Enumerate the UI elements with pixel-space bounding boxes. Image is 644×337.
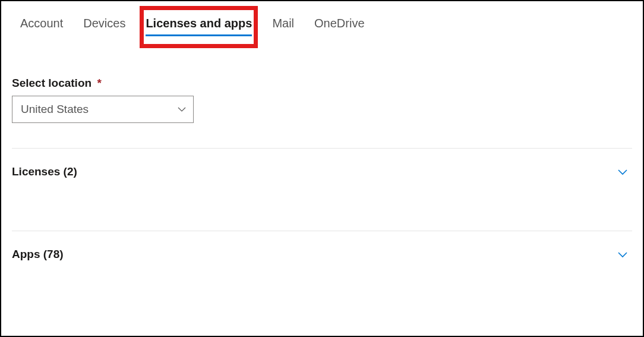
tab-licenses-label: Licenses and apps bbox=[146, 17, 252, 30]
licenses-section-title: Licenses (2) bbox=[12, 165, 77, 178]
apps-section-title: Apps (78) bbox=[12, 248, 64, 261]
tab-bar: Account Devices Licenses and apps Mail O… bbox=[12, 13, 632, 41]
chevron-down-icon bbox=[178, 105, 186, 114]
licenses-count: 2 bbox=[67, 165, 74, 178]
licenses-body-collapsed bbox=[12, 195, 632, 231]
location-field: Select location * United States bbox=[12, 77, 632, 123]
tab-onedrive[interactable]: OneDrive bbox=[314, 13, 364, 36]
required-asterisk: * bbox=[97, 77, 101, 89]
chevron-down-icon bbox=[617, 248, 629, 260]
location-label-text: Select location bbox=[12, 77, 91, 89]
licenses-section[interactable]: Licenses (2) bbox=[12, 149, 632, 195]
location-select[interactable]: United States bbox=[12, 96, 194, 123]
tab-devices[interactable]: Devices bbox=[83, 13, 125, 36]
panel-root: Account Devices Licenses and apps Mail O… bbox=[1, 1, 643, 278]
chevron-down-icon bbox=[617, 166, 629, 178]
tab-licenses-and-apps[interactable]: Licenses and apps bbox=[146, 13, 252, 41]
tab-account[interactable]: Account bbox=[20, 13, 63, 36]
tab-mail[interactable]: Mail bbox=[272, 13, 294, 36]
apps-count: 78 bbox=[47, 248, 59, 260]
licenses-label: Licenses bbox=[12, 165, 60, 178]
location-label: Select location * bbox=[12, 77, 632, 90]
apps-label: Apps bbox=[12, 248, 40, 260]
apps-section[interactable]: Apps (78) bbox=[12, 231, 632, 278]
location-selected-value: United States bbox=[21, 103, 89, 116]
